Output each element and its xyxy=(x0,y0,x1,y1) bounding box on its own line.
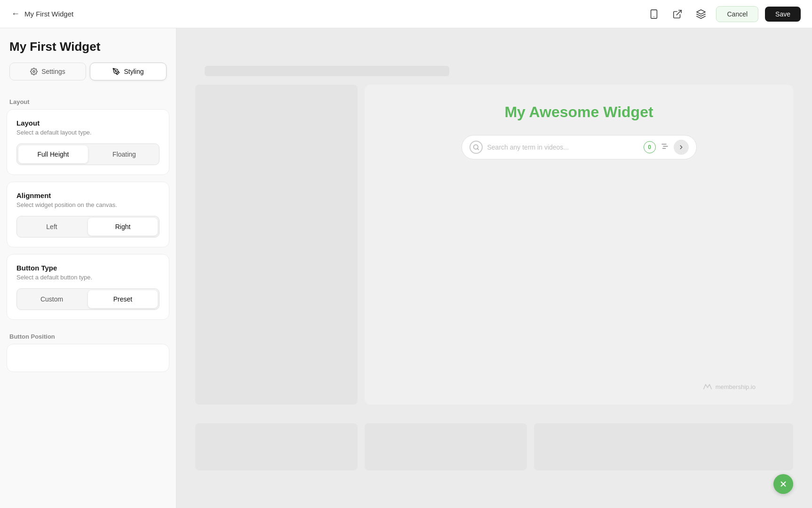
search-next-icon[interactable] xyxy=(674,140,689,155)
canvas: My Awesome Widget Search any term in vid… xyxy=(176,28,812,508)
button-type-preset-btn[interactable]: Preset xyxy=(88,290,158,308)
preview-bottom-left xyxy=(195,423,358,470)
button-type-title: Button Type xyxy=(16,264,159,272)
layout-toggle-group: Full Height Floating xyxy=(16,143,159,165)
sidebar: My First Widget Settings Styling Layout xyxy=(0,28,176,508)
svg-point-4 xyxy=(33,71,35,72)
layout-full-height-btn[interactable]: Full Height xyxy=(18,145,88,163)
layers-icon[interactable] xyxy=(693,6,709,23)
search-badge: 0 xyxy=(644,141,656,153)
button-type-custom-btn[interactable]: Custom xyxy=(17,289,87,310)
alignment-left-btn[interactable]: Left xyxy=(17,216,87,237)
external-link-icon[interactable] xyxy=(669,6,686,23)
svg-rect-0 xyxy=(651,9,657,18)
sidebar-header: My First Widget Settings Styling xyxy=(0,28,176,92)
alignment-card-title: Alignment xyxy=(16,191,159,199)
layout-card-desc: Select a default layout type. xyxy=(16,129,159,136)
filter-icon[interactable] xyxy=(661,142,669,152)
main-content: My First Widget Settings Styling Layout xyxy=(0,28,812,508)
watermark: membership.io xyxy=(702,383,756,390)
svg-line-7 xyxy=(477,149,478,150)
search-placeholder-text: Search any term in videos... xyxy=(487,143,639,151)
watermark-text: membership.io xyxy=(716,383,756,390)
svg-point-5 xyxy=(115,71,117,72)
button-position-card xyxy=(7,344,169,372)
preview-bottom-mid xyxy=(365,423,527,470)
topbar-right: Cancel Save xyxy=(645,6,801,23)
section-label-layout: Layout xyxy=(0,92,176,109)
button-type-card: Button Type Select a default button type… xyxy=(7,254,169,320)
sidebar-main-title: My First Widget xyxy=(9,40,167,54)
search-bar[interactable]: Search any term in videos... 0 xyxy=(462,135,697,159)
tab-styling-label: Styling xyxy=(124,68,143,75)
preview-left-block xyxy=(195,85,358,405)
svg-marker-3 xyxy=(697,9,705,14)
cancel-button[interactable]: Cancel xyxy=(716,6,758,22)
preview-top-bar xyxy=(205,66,449,76)
button-type-desc: Select a default button type. xyxy=(16,274,159,281)
alignment-right-btn[interactable]: Right xyxy=(88,218,158,236)
close-fab-button[interactable] xyxy=(773,474,793,494)
preview-bottom-right xyxy=(534,423,793,470)
topbar-left: ← My First Widget xyxy=(11,9,73,19)
preview-widget: My Awesome Widget Search any term in vid… xyxy=(365,85,793,405)
tab-settings[interactable]: Settings xyxy=(9,63,86,80)
mobile-icon[interactable] xyxy=(645,6,662,23)
button-type-toggle-group: Custom Preset xyxy=(16,288,159,310)
button-position-label: Button Position xyxy=(0,326,176,344)
layout-card-title: Layout xyxy=(16,119,159,127)
layout-floating-btn[interactable]: Floating xyxy=(89,144,159,165)
alignment-card: Alignment Select widget position on the … xyxy=(7,182,169,247)
save-button[interactable]: Save xyxy=(765,7,801,22)
layout-card: Layout Select a default layout type. Ful… xyxy=(7,109,169,175)
search-icon xyxy=(470,141,483,154)
alignment-toggle-group: Left Right xyxy=(16,216,159,238)
widget-preview-title: My Awesome Widget xyxy=(504,103,653,121)
topbar-title: My First Widget xyxy=(24,10,73,18)
tab-styling[interactable]: Styling xyxy=(90,63,167,80)
alignment-card-desc: Select widget position on the canvas. xyxy=(16,201,159,208)
topbar: ← My First Widget Cancel Save xyxy=(0,0,812,28)
tabs-row: Settings Styling xyxy=(9,63,167,80)
tab-settings-label: Settings xyxy=(41,68,65,75)
svg-line-2 xyxy=(677,10,682,15)
back-button[interactable]: ← xyxy=(11,9,20,19)
